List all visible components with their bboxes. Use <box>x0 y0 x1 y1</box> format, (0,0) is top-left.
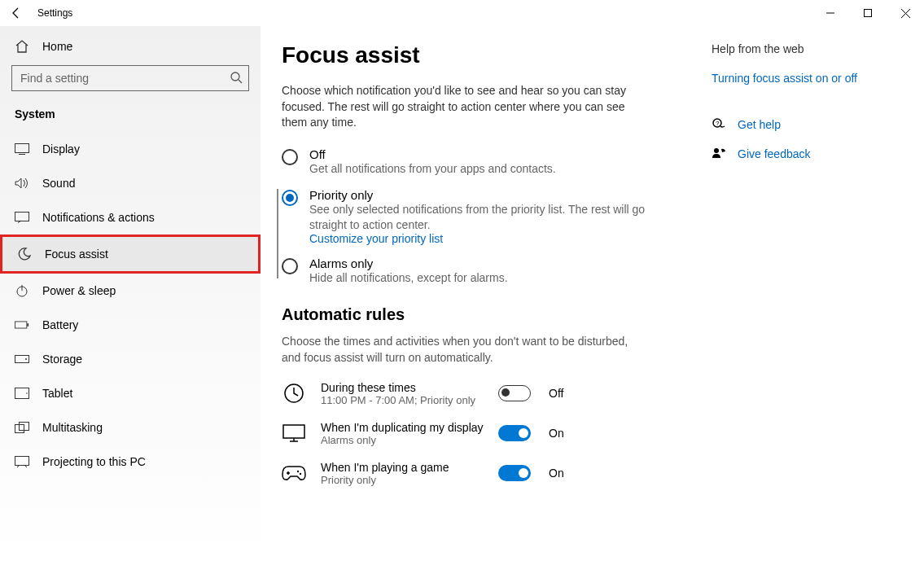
radio-priority-sub: See only selected notifications from the… <box>309 202 679 233</box>
tablet-icon <box>15 386 29 401</box>
svg-rect-9 <box>15 322 26 328</box>
radio-alarms-title: Alarms only <box>309 256 679 270</box>
sidebar-home-label: Home <box>42 40 72 53</box>
sidebar-item-power-sleep[interactable]: Power & sleep <box>0 274 261 308</box>
focus-assist-icon <box>17 247 32 261</box>
sidebar-section-label: System <box>0 104 261 132</box>
titlebar: Settings <box>0 0 924 26</box>
rule-game-toggle[interactable] <box>498 465 531 481</box>
main-content: Focus assist Choose which notification y… <box>280 42 703 561</box>
sound-icon <box>15 176 29 191</box>
rule-times-state: Off <box>549 387 563 400</box>
search-input[interactable] <box>11 65 249 91</box>
sidebar-item-label: Sound <box>42 177 75 190</box>
radio-alarms-sub: Hide all notifications, except for alarm… <box>309 270 679 286</box>
radio-icon <box>282 149 298 165</box>
multitasking-icon <box>15 420 29 435</box>
back-button[interactable] <box>10 7 23 20</box>
sidebar-item-label: Power & sleep <box>42 284 116 297</box>
svg-point-12 <box>25 358 27 360</box>
radio-icon <box>282 258 298 274</box>
automatic-rules-description: Choose the times and activities when you… <box>282 334 640 366</box>
rule-times-toggle[interactable] <box>498 385 531 401</box>
svg-line-3 <box>239 80 242 83</box>
storage-icon <box>15 352 29 366</box>
power-icon <box>15 283 29 298</box>
automatic-rules-heading: Automatic rules <box>282 305 679 324</box>
clock-icon <box>282 381 306 405</box>
sidebar-item-battery[interactable]: Battery <box>0 308 261 342</box>
battery-icon <box>15 318 29 332</box>
get-help-link[interactable]: Get help <box>738 118 781 131</box>
sidebar-item-label: Notifications & actions <box>42 211 155 224</box>
gamepad-icon <box>282 461 306 485</box>
page-title: Focus assist <box>282 42 679 68</box>
minimize-button[interactable] <box>812 0 849 26</box>
rule-display-toggle[interactable] <box>498 425 531 441</box>
svg-point-28 <box>714 148 719 153</box>
sidebar-item-label: Multitasking <box>42 421 103 434</box>
sidebar-item-multitasking[interactable]: Multitasking <box>0 410 261 445</box>
sidebar-item-sound[interactable]: Sound <box>0 166 261 200</box>
search-icon <box>230 71 243 84</box>
radio-off-sub: Get all notifications from your apps and… <box>309 161 679 177</box>
help-link-focus-assist[interactable]: Turning focus assist on or off <box>712 72 899 85</box>
rule-playing-game[interactable]: When I'm playing a game Priority only On <box>282 461 679 486</box>
page-description: Choose which notification you'd like to … <box>282 83 640 131</box>
svg-point-24 <box>297 471 299 472</box>
window-title: Settings <box>37 7 72 19</box>
rule-times-title: During these times <box>321 381 484 394</box>
sidebar-item-label: Projecting to this PC <box>42 455 146 468</box>
projecting-icon <box>15 454 29 469</box>
notifications-icon <box>15 210 29 225</box>
radio-priority-only[interactable]: Priority only See only selected notifica… <box>282 188 679 246</box>
svg-point-25 <box>300 473 301 475</box>
svg-rect-10 <box>27 323 28 327</box>
focus-mode-radio-group: Off Get all notifications from your apps… <box>282 147 679 287</box>
svg-point-14 <box>26 392 28 394</box>
rule-game-title: When I'm playing a game <box>321 461 484 474</box>
sidebar-item-notifications[interactable]: Notifications & actions <box>0 200 261 234</box>
sidebar-item-focus-assist[interactable]: Focus assist <box>0 234 261 274</box>
give-feedback-row[interactable]: Give feedback <box>712 147 899 161</box>
maximize-button[interactable] <box>849 0 887 26</box>
radio-icon <box>282 190 298 206</box>
rule-display-state: On <box>549 427 564 440</box>
sidebar-item-label: Battery <box>42 318 78 331</box>
svg-rect-1 <box>865 10 872 17</box>
svg-text:?: ? <box>716 120 720 127</box>
sidebar-item-label: Storage <box>42 353 82 366</box>
svg-rect-6 <box>15 213 29 221</box>
sidebar-item-label: Display <box>42 142 80 156</box>
rule-times-sub: 11:00 PM - 7:00 AM; Priority only <box>321 394 484 406</box>
sidebar-item-tablet[interactable]: Tablet <box>0 376 261 410</box>
rule-game-state: On <box>549 467 564 480</box>
rule-during-times[interactable]: During these times 11:00 PM - 7:00 AM; P… <box>282 381 679 406</box>
sidebar-item-display[interactable]: Display <box>0 132 261 166</box>
scroll-indicator[interactable] <box>277 189 278 278</box>
get-help-row[interactable]: ? Get help <box>712 117 899 132</box>
rule-game-sub: Priority only <box>321 474 484 486</box>
display-icon <box>15 142 29 156</box>
svg-rect-17 <box>15 457 29 466</box>
radio-off[interactable]: Off Get all notifications from your apps… <box>282 147 679 177</box>
rule-duplicate-display[interactable]: When I'm duplicating my display Alarms o… <box>282 421 679 446</box>
radio-priority-title: Priority only <box>309 188 679 202</box>
rule-display-title: When I'm duplicating my display <box>321 421 484 434</box>
svg-rect-4 <box>15 144 29 153</box>
help-heading: Help from the web <box>712 42 899 55</box>
svg-point-2 <box>231 72 239 81</box>
sidebar-item-storage[interactable]: Storage <box>0 342 261 376</box>
svg-rect-19 <box>283 425 304 438</box>
customize-priority-link[interactable]: Customize your priority list <box>309 232 679 245</box>
sidebar: Home System Display Sound Notifications … <box>0 26 261 561</box>
give-feedback-link[interactable]: Give feedback <box>738 147 811 160</box>
feedback-icon <box>712 147 726 161</box>
radio-alarms-only[interactable]: Alarms only Hide all notifications, exce… <box>282 256 679 286</box>
sidebar-item-projecting[interactable]: Projecting to this PC <box>0 445 261 479</box>
close-button[interactable] <box>887 0 924 26</box>
help-panel: Help from the web Turning focus assist o… <box>703 42 899 561</box>
sidebar-home[interactable]: Home <box>0 31 261 65</box>
rule-display-sub: Alarms only <box>321 434 484 446</box>
sidebar-item-label: Tablet <box>42 387 72 400</box>
